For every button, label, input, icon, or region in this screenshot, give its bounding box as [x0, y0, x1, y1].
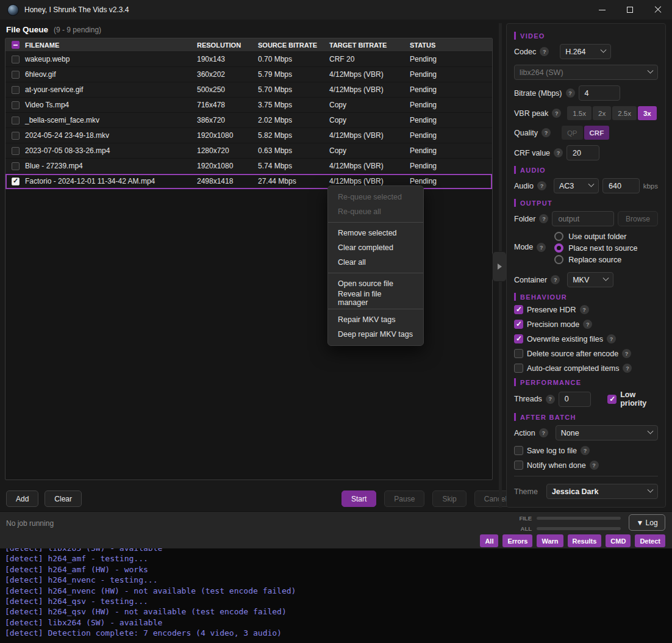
theme-select[interactable]: Jessica Dark — [546, 484, 658, 499]
help-icon[interactable] — [539, 428, 548, 437]
queue-row[interactable]: 6hleov.gif 360x202 5.79 Mbps 4/12Mbps (V… — [5, 67, 492, 82]
col-status[interactable]: STATUS — [410, 41, 492, 49]
row-checkbox[interactable] — [12, 71, 20, 79]
pause-button[interactable]: Pause — [384, 490, 424, 507]
help-icon[interactable] — [551, 275, 560, 284]
cell-status: Pending — [410, 177, 492, 185]
row-checkbox[interactable] — [12, 56, 20, 63]
audio-codec-select[interactable]: AC3 — [554, 178, 599, 193]
section-title: AUDIO — [520, 167, 546, 174]
mode-option-replace-source[interactable]: Replace source — [554, 255, 637, 264]
start-button[interactable]: Start — [341, 490, 376, 507]
queue-row[interactable]: at-your-service.gif 500x250 5.70 Mbps 4/… — [5, 82, 492, 98]
cell-resolution: 1920x1080 — [197, 131, 258, 140]
threads-input[interactable]: 0 — [559, 392, 591, 407]
crf-value-input[interactable]: 20 — [567, 145, 599, 160]
queue-row[interactable]: Video Ts.mp4 716x478 3.75 Mbps Copy Pend… — [5, 98, 492, 113]
help-icon[interactable] — [580, 305, 589, 314]
log-filter-row: All Errors Warn Results CMD Detect — [480, 534, 665, 547]
close-button[interactable] — [644, 0, 672, 20]
col-filename[interactable]: FILENAME — [25, 41, 197, 49]
codec-select[interactable]: H.264 — [560, 44, 611, 59]
menu-item-repair-mkv-tags[interactable]: Repair MKV tags — [328, 312, 423, 327]
filter-all-button[interactable]: All — [480, 534, 498, 547]
help-icon[interactable] — [554, 148, 563, 157]
after-batch-action-select[interactable]: None — [556, 425, 658, 440]
filter-errors-button[interactable]: Errors — [502, 534, 532, 547]
checkbox-delete-source-after-encode[interactable]: Delete source after encode — [514, 349, 658, 358]
queue-row[interactable]: 2024-05-24 23-49-18.mkv 1920x1080 5.82 M… — [5, 128, 492, 143]
menu-item-remove-selected[interactable]: Remove selected — [328, 226, 423, 240]
help-icon[interactable] — [622, 349, 631, 358]
low-priority-checkbox[interactable] — [607, 395, 617, 404]
log-toggle-button[interactable]: ▼ Log — [629, 514, 665, 531]
help-icon[interactable] — [546, 395, 555, 404]
panel-collapse-handle[interactable] — [492, 251, 507, 282]
vbr-2x-button[interactable]: 2x — [593, 106, 611, 120]
add-button[interactable]: Add — [6, 490, 38, 507]
mode-option-use-output-folder[interactable]: Use output folder — [554, 232, 637, 241]
help-icon[interactable] — [537, 243, 546, 252]
queue-row[interactable]: wakeup.webp 190x143 0.70 Mbps CRF 20 Pen… — [5, 52, 492, 67]
container-select[interactable]: MKV — [567, 272, 613, 287]
help-icon[interactable] — [540, 47, 549, 56]
audio-bitrate-input[interactable]: 640 — [602, 178, 640, 193]
help-icon[interactable] — [552, 109, 561, 118]
help-icon[interactable] — [583, 320, 592, 329]
row-checkbox[interactable] — [12, 147, 20, 155]
menu-item-deep-repair-mkv-tags[interactable]: Deep repair MKV tags — [328, 327, 423, 342]
maximize-button[interactable] — [616, 0, 644, 20]
col-target-bitrate[interactable]: TARGET BITRATE — [329, 41, 410, 49]
menu-item-reveal-in-file-manager[interactable]: Reveal in file manager — [328, 291, 423, 306]
select-all-checkbox[interactable] — [12, 41, 20, 49]
help-icon[interactable] — [607, 334, 616, 343]
encoder-select[interactable]: libx264 (SW) — [514, 65, 658, 80]
help-icon[interactable] — [539, 214, 548, 223]
checkbox-unchecked-icon — [514, 446, 523, 455]
checkbox-auto-clear-completed-items[interactable]: Auto-clear completed items — [514, 364, 658, 373]
filter-detect-button[interactable]: Detect — [635, 534, 665, 547]
help-icon[interactable] — [566, 88, 575, 98]
folder-input[interactable]: output — [552, 211, 614, 226]
checkbox-precision-mode[interactable]: Precision mode — [514, 320, 658, 329]
mode-option-place-next-to-source[interactable]: Place next to source — [554, 243, 637, 253]
row-checkbox[interactable] — [12, 101, 20, 109]
help-icon[interactable] — [623, 364, 632, 373]
row-checkbox[interactable] — [12, 162, 20, 170]
skip-button[interactable]: Skip — [432, 490, 466, 507]
col-source-bitrate[interactable]: SOURCE BITRATE — [258, 41, 329, 49]
queue-row[interactable]: Blue - 27239.mp4 1920x1080 5.74 Mbps 4/1… — [5, 159, 492, 174]
vbr-3x-button[interactable]: 3x — [638, 106, 657, 120]
help-icon[interactable] — [542, 128, 551, 137]
menu-item-open-source-file[interactable]: Open source file — [328, 276, 423, 291]
checkbox-save-log-to-file[interactable]: Save log to file — [514, 446, 658, 455]
vbr-2.5x-button[interactable]: 2.5x — [612, 106, 637, 120]
filter-results-button[interactable]: Results — [568, 534, 602, 547]
checkbox-preserve-hdr[interactable]: Preserve HDR — [514, 305, 658, 314]
row-checkbox[interactable] — [12, 117, 20, 124]
filter-warn-button[interactable]: Warn — [537, 534, 563, 547]
checkbox-overwrite-existing-files[interactable]: Overwrite existing files — [514, 334, 658, 343]
row-checkbox[interactable] — [12, 86, 20, 94]
menu-item-clear-all[interactable]: Clear all — [328, 255, 423, 270]
crf-button[interactable]: CRF — [584, 126, 610, 140]
row-checkbox-checked[interactable] — [12, 178, 20, 185]
filter-cmd-button[interactable]: CMD — [606, 534, 631, 547]
menu-item-clear-completed[interactable]: Clear completed — [328, 240, 423, 255]
cell-target-bitrate: 4/12Mbps (VBR) — [329, 85, 410, 94]
help-icon[interactable] — [537, 181, 546, 190]
bitrate-input[interactable]: 4 — [579, 85, 620, 101]
checkbox-notify-when-done[interactable]: Notify when done — [514, 461, 658, 470]
help-icon[interactable] — [590, 461, 599, 470]
qp-button[interactable]: QP — [562, 126, 583, 140]
clear-button[interactable]: Clear — [45, 490, 82, 507]
help-icon[interactable] — [581, 446, 590, 455]
browse-button[interactable]: Browse — [618, 211, 658, 226]
minimize-button[interactable] — [588, 0, 616, 20]
col-resolution[interactable]: RESOLUTION — [197, 41, 258, 49]
log-output[interactable]: [detect] libx265 (SW) - available [detec… — [0, 548, 672, 643]
row-checkbox[interactable] — [12, 132, 20, 140]
vbr-1.5x-button[interactable]: 1.5x — [567, 106, 592, 120]
queue-row[interactable]: _bella-scemi_face.mkv 386x720 2.02 Mbps … — [5, 113, 492, 128]
queue-row[interactable]: 2023-07-05 08-33-26.mp4 1280x720 0.63 Mb… — [5, 143, 492, 159]
